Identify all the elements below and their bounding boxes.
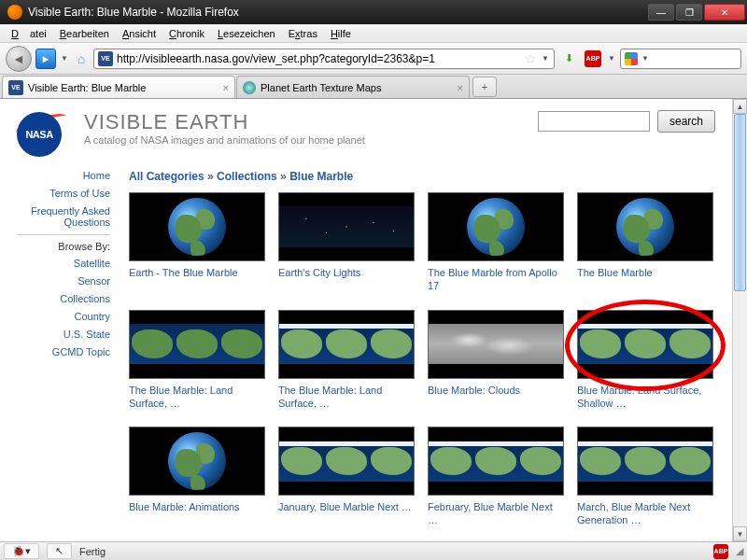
site-search-input[interactable] [538,111,650,132]
vertical-scrollbar[interactable]: ▲ ▼ [732,99,747,541]
thumbnail-image[interactable] [428,192,564,261]
thumbnail-item[interactable]: The Blue Marble: Land Surface, … [129,310,265,411]
thumbnail-image[interactable] [577,192,713,261]
url-dropdown-icon[interactable]: ▼ [541,54,550,63]
tab-planet-earth[interactable]: Planet Earth Texture Maps × [236,76,470,98]
thumbnail-image[interactable] [129,192,265,261]
menu-edit[interactable]: Bearbeiten [54,26,115,41]
navigation-toolbar: ◄ ► ▼ ⌂ VE ☆ ▼ ⬇ ABP ▼ ▼ [0,43,747,75]
new-tab-button[interactable]: + [472,77,497,97]
thumbnail-label[interactable]: March, Blue Marble Next Generation … [577,500,713,527]
browser-search-box[interactable]: ▼ [620,49,741,69]
url-bar[interactable]: VE ☆ ▼ [93,49,555,69]
thumbnail-item[interactable]: Blue Marble: Clouds [428,310,564,411]
back-button[interactable]: ◄ [6,46,32,72]
thumbnail-label[interactable]: The Blue Marble from Apollo 17 [428,266,564,293]
nav-satellite[interactable]: Satellite [17,258,110,269]
menu-history[interactable]: Chronik [163,26,210,41]
thumbnail-image[interactable] [278,427,415,496]
thumbnail-item[interactable]: February, Blue Marble Next … [428,427,564,527]
tab-close-icon[interactable]: × [458,82,463,93]
crumb-current: Blue Marble [289,170,353,183]
google-icon [625,52,638,65]
thumbnail-image[interactable] [577,310,713,379]
thumbnail-label[interactable]: Blue Marble: Clouds [428,384,564,397]
thumbnail-item[interactable]: The Blue Marble: Land Surface, … [278,310,415,411]
inspect-icon[interactable]: ↖ [47,543,72,559]
thumbnail-image[interactable] [428,427,564,496]
tab-close-icon[interactable]: × [223,82,229,93]
maximize-button[interactable]: ❐ [676,4,702,21]
thumbnail-image[interactable] [278,310,415,379]
thumbnail-label[interactable]: Blue Marble: Land Surface, Shallow … [577,384,713,411]
site-search-button[interactable]: search [657,110,715,133]
nasa-logo[interactable]: NASA [17,110,69,157]
site-favicon: VE [98,51,113,66]
firebug-icon[interactable]: 🐞▾ [4,543,39,559]
thumbnail-label[interactable]: Blue Marble: Animations [129,500,265,513]
nav-collections[interactable]: Collections [17,293,110,304]
scroll-up-icon[interactable]: ▲ [733,99,747,114]
scroll-down-icon[interactable]: ▼ [733,526,747,541]
site-subtitle: A catalog of NASA images and animations … [84,134,365,146]
thumbnail-label[interactable]: The Blue Marble [577,266,713,279]
tab-visible-earth[interactable]: VE Visible Earth: Blue Marble × [2,76,235,98]
thumbnail-item[interactable]: Blue Marble: Animations [129,427,265,527]
download-icon[interactable]: ⬇ [558,49,579,69]
tab-favicon: VE [8,80,23,95]
thumbnail-item[interactable]: Blue Marble: Land Surface, Shallow … [577,310,713,411]
menu-bar: Datei Bearbeiten Ansicht Chronik Lesezei… [0,24,747,43]
browse-by-label: Browse By: [17,241,110,252]
home-button[interactable]: ⌂ [73,50,90,67]
thumbnail-image[interactable] [278,192,415,261]
window-titlebar: Visible Earth: Blue Marble - Mozilla Fir… [0,0,747,24]
thumbnail-item[interactable]: January, Blue Marble Next … [278,427,415,527]
forward-button[interactable]: ► [35,49,56,69]
thumbnail-item[interactable]: The Blue Marble [577,192,713,293]
nav-home[interactable]: Home [17,170,110,181]
nav-sensor[interactable]: Sensor [17,275,110,287]
thumbnail-image[interactable] [129,310,265,379]
abp-dropdown-icon[interactable]: ▼ [607,54,616,63]
menu-extras[interactable]: Extras [283,26,323,41]
close-button[interactable]: ✕ [704,4,745,21]
thumbnail-image[interactable] [428,310,564,379]
thumbnail-label[interactable]: January, Blue Marble Next … [278,500,415,513]
tab-label: Planet Earth Texture Maps [261,82,381,93]
thumbnail-label[interactable]: Earth - The Blue Marble [129,266,265,279]
url-input[interactable] [117,52,521,65]
nav-country[interactable]: Country [17,311,110,322]
minimize-button[interactable]: — [648,4,674,21]
thumbnail-item[interactable]: Earth's City Lights [278,192,415,293]
thumbnail-label[interactable]: The Blue Marble: Land Surface, … [129,384,265,411]
firefox-icon [7,5,22,20]
adblock-icon[interactable]: ABP [583,49,603,69]
thumbnail-item[interactable]: The Blue Marble from Apollo 17 [428,192,564,293]
menu-view[interactable]: Ansicht [117,26,162,41]
thumbnail-label[interactable]: Earth's City Lights [278,266,415,279]
window-title: Visible Earth: Blue Marble - Mozilla Fir… [28,6,648,19]
status-bar: 🐞▾ ↖ Fertig ABP ◢ [0,541,747,560]
thumbnail-label[interactable]: The Blue Marble: Land Surface, … [278,384,415,411]
crumb-collections[interactable]: Collections [217,170,277,183]
menu-file[interactable]: Datei [6,26,52,41]
nav-usstate[interactable]: U.S. State [17,329,110,340]
bookmark-star-icon[interactable]: ☆ [525,51,537,66]
thumbnail-label[interactable]: February, Blue Marble Next … [428,500,564,527]
scroll-thumb[interactable] [734,114,746,291]
nav-terms[interactable]: Terms of Use [17,188,110,199]
nav-dropdown-icon[interactable]: ▼ [60,54,69,63]
nav-faq[interactable]: Frequently Asked Questions [17,205,110,228]
tab-label: Visible Earth: Blue Marble [28,82,146,93]
thumbnail-item[interactable]: March, Blue Marble Next Generation … [577,427,713,527]
tab-bar: VE Visible Earth: Blue Marble × Planet E… [0,75,747,99]
menu-bookmarks[interactable]: Lesezeichen [212,26,281,41]
crumb-all[interactable]: All Categories [129,170,204,183]
menu-help[interactable]: Hilfe [325,26,357,41]
thumbnail-image[interactable] [577,427,713,496]
thumbnail-image[interactable] [129,427,265,496]
search-engine-dropdown-icon[interactable]: ▼ [641,54,650,63]
status-abp-icon[interactable]: ABP [713,544,728,559]
nav-gcmd[interactable]: GCMD Topic [17,346,110,357]
thumbnail-item[interactable]: Earth - The Blue Marble [129,192,265,293]
